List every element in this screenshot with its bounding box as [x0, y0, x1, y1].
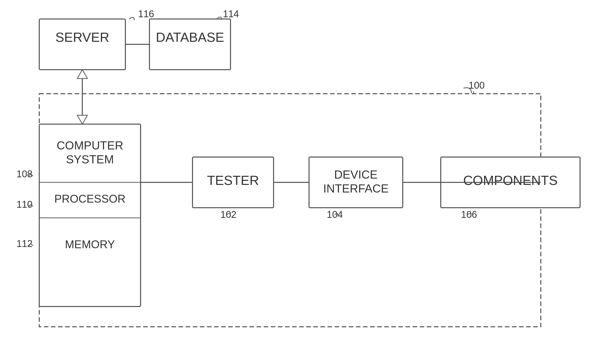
- svg-text:MEMORY: MEMORY: [65, 238, 115, 251]
- svg-text:112: 112: [16, 238, 32, 249]
- svg-text:INTERFACE: INTERFACE: [323, 182, 389, 195]
- svg-text:DATABASE: DATABASE: [156, 30, 224, 45]
- svg-text:106: 106: [461, 209, 477, 220]
- svg-text:PROCESSOR: PROCESSOR: [54, 193, 125, 205]
- svg-text:114: 114: [223, 9, 239, 19]
- svg-text:110: 110: [16, 199, 32, 210]
- svg-text:DEVICE: DEVICE: [334, 168, 377, 181]
- svg-text:COMPONENTS: COMPONENTS: [463, 173, 558, 188]
- diagram-container: 100 SERVER 116 DATABASE 114 COMPUTER SYS…: [0, 0, 595, 364]
- svg-text:SERVER: SERVER: [55, 30, 109, 45]
- svg-text:102: 102: [220, 209, 236, 220]
- svg-text:SYSTEM: SYSTEM: [66, 153, 114, 166]
- svg-text:108: 108: [16, 169, 32, 179]
- svg-text:TESTER: TESTER: [207, 173, 259, 188]
- svg-text:116: 116: [138, 9, 154, 19]
- svg-text:100: 100: [469, 80, 485, 91]
- svg-text:COMPUTER: COMPUTER: [56, 139, 123, 152]
